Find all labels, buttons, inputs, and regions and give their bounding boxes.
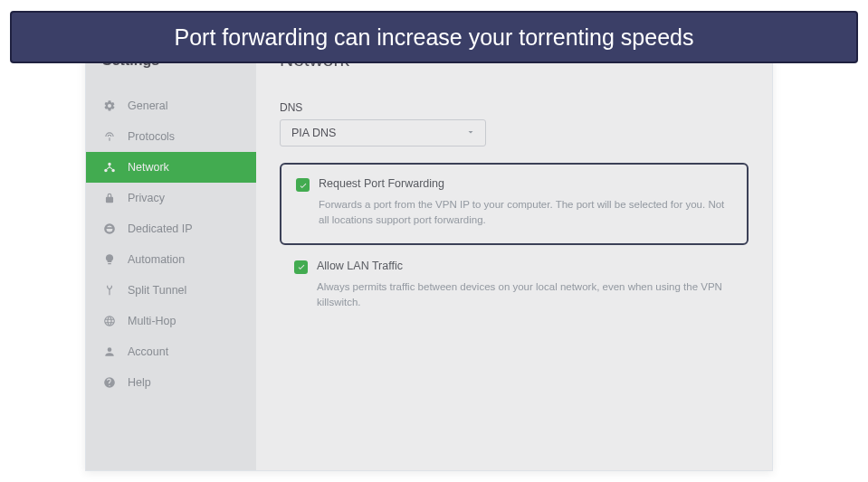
sidebar-item-dedicated-ip[interactable]: Dedicated IP bbox=[86, 213, 256, 244]
automation-icon bbox=[102, 252, 117, 267]
help-icon bbox=[102, 375, 117, 390]
sidebar-item-help[interactable]: Help bbox=[86, 367, 256, 398]
dns-label: DNS bbox=[280, 101, 749, 114]
globe-icon bbox=[102, 314, 117, 328]
sidebar-item-label: General bbox=[128, 99, 167, 112]
port-forwarding-title: Request Port Forwarding bbox=[319, 177, 444, 190]
network-icon bbox=[102, 160, 117, 175]
sidebar-item-label: Split Tunnel bbox=[128, 284, 186, 297]
gear-icon bbox=[102, 99, 117, 113]
sidebar-nav: General Protocols Network Privacy bbox=[86, 72, 256, 398]
lock-icon bbox=[102, 191, 117, 205]
ip-icon bbox=[102, 222, 117, 236]
caption-text: Port forwarding can increase your torren… bbox=[175, 24, 694, 51]
lan-traffic-row: Allow LAN Traffic Always permits traffic… bbox=[280, 258, 749, 311]
user-icon bbox=[102, 345, 117, 359]
sidebar-item-split-tunnel[interactable]: Split Tunnel bbox=[86, 275, 256, 306]
caption-banner: Port forwarding can increase your torren… bbox=[10, 11, 858, 63]
port-forwarding-desc: Forwards a port from the VPN IP to your … bbox=[296, 197, 732, 229]
port-forwarding-checkbox[interactable] bbox=[296, 178, 310, 192]
sidebar-item-label: Help bbox=[128, 376, 151, 389]
sidebar-item-account[interactable]: Account bbox=[86, 336, 256, 367]
sidebar: Settings General Protocols Network bbox=[86, 49, 256, 470]
sidebar-item-network[interactable]: Network bbox=[86, 152, 256, 183]
sidebar-item-label: Network bbox=[128, 161, 169, 174]
settings-window: Settings General Protocols Network bbox=[85, 48, 773, 471]
dns-dropdown[interactable]: PIA DNS bbox=[280, 119, 486, 146]
sidebar-item-multi-hop[interactable]: Multi-Hop bbox=[86, 306, 256, 336]
content-panel: Network DNS PIA DNS Request Port Forward… bbox=[256, 49, 772, 470]
signal-icon bbox=[102, 129, 117, 144]
sidebar-item-automation[interactable]: Automation bbox=[86, 244, 256, 275]
sidebar-item-label: Dedicated IP bbox=[128, 222, 193, 235]
chevron-down-icon bbox=[465, 127, 476, 139]
sidebar-item-label: Multi-Hop bbox=[128, 315, 176, 327]
lan-traffic-desc: Always permits traffic between devices o… bbox=[294, 279, 734, 311]
lan-traffic-title: Allow LAN Traffic bbox=[317, 260, 403, 272]
sidebar-item-label: Automation bbox=[128, 253, 185, 266]
sidebar-item-general[interactable]: General bbox=[86, 90, 256, 121]
split-icon bbox=[102, 283, 117, 298]
sidebar-item-label: Protocols bbox=[128, 130, 175, 143]
sidebar-item-label: Account bbox=[128, 345, 168, 358]
sidebar-item-label: Privacy bbox=[128, 192, 165, 204]
lan-traffic-checkbox[interactable] bbox=[294, 260, 308, 274]
dns-field: DNS PIA DNS bbox=[280, 101, 749, 146]
port-forwarding-card: Request Port Forwarding Forwards a port … bbox=[280, 163, 749, 245]
dns-selected-value: PIA DNS bbox=[291, 127, 336, 139]
sidebar-item-protocols[interactable]: Protocols bbox=[86, 121, 256, 152]
sidebar-item-privacy[interactable]: Privacy bbox=[86, 183, 256, 213]
